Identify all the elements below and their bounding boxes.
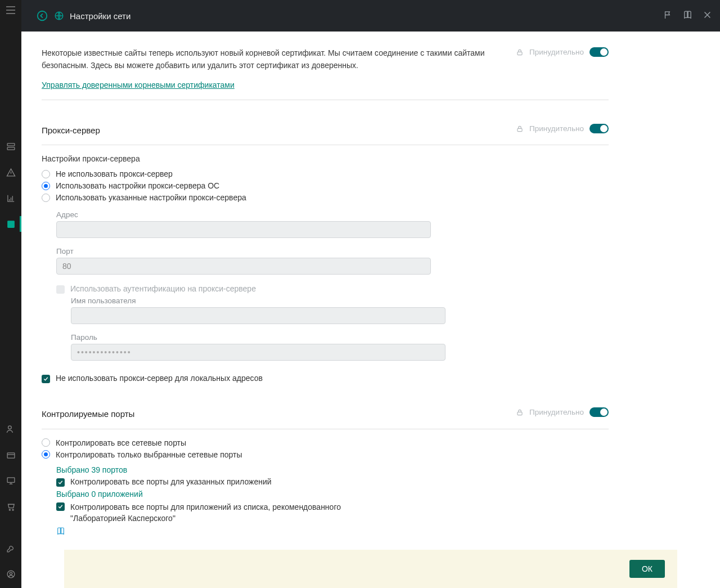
back-button[interactable] [36,10,48,22]
selected-apps-link[interactable]: Выбрано 0 приложений [56,490,143,499]
monitor-kl-apps-label: Контролировать все порты для приложений … [70,501,385,524]
username-label: Имя пользователя [71,297,609,305]
svg-rect-12 [518,52,522,55]
svg-rect-2 [7,221,15,228]
alert-icon[interactable] [5,167,16,178]
svg-point-3 [8,426,11,429]
proxy-settings-label: Настройки прокси-сервера [42,154,609,163]
svg-point-10 [38,11,47,21]
help-icon[interactable] [683,10,692,21]
proxy-heading: Прокси-сервер [42,124,506,137]
lock-icon [516,125,524,133]
monitor-apps-checkbox[interactable]: Контролировать все порты для указанных п… [56,477,609,487]
monitor-kl-apps-checkbox[interactable]: Контролировать все порты для приложений … [56,501,609,524]
svg-rect-14 [518,412,522,415]
svg-rect-5 [7,478,15,483]
close-icon[interactable] [703,10,712,21]
svg-rect-0 [7,143,15,146]
proxy-os-label: Использовать настройки прокси-сервера ОС [56,181,219,190]
lock-icon [516,409,524,416]
svg-rect-13 [518,128,522,131]
chart-icon[interactable] [5,192,16,204]
left-sidebar [0,0,21,588]
cert-description: Некоторые известные сайты теперь использ… [42,47,506,92]
flag-icon[interactable] [663,10,673,21]
forced-label: Принудительно [529,48,584,56]
ports-heading: Контролируемые порты [42,407,506,420]
globe-icon [54,11,64,21]
dialog-header: Настройки сети [21,0,720,32]
selected-ports-radio[interactable]: Контролировать только выбранные сетевые … [42,450,609,459]
dialog-title: Настройки сети [70,11,130,21]
password-input[interactable] [71,344,446,361]
proxy-custom-label: Использовать указанные настройки прокси-… [56,193,246,202]
svg-point-7 [12,509,13,510]
svg-rect-4 [7,453,15,458]
dialog-footer: ОК [64,550,677,588]
username-input[interactable] [71,307,446,324]
all-ports-label: Контролировать все сетевые порты [56,438,186,447]
monitor-icon[interactable] [5,475,16,487]
svg-point-6 [9,509,10,510]
bypass-local-label: Не использовать прокси-сервер для локаль… [56,374,263,383]
port-input[interactable] [56,258,431,275]
bypass-local-checkbox[interactable]: Не использовать прокси-сервер для локаль… [42,374,609,383]
settings-active-icon[interactable] [5,218,16,230]
proxy-auth-checkbox[interactable]: Использовать аутентификацию на прокси-се… [56,284,609,294]
password-label: Пароль [71,333,609,342]
all-ports-radio[interactable]: Контролировать все сетевые порты [42,438,609,447]
forced-label: Принудительно [529,408,584,416]
wrench-icon[interactable] [5,543,16,554]
ports-forced-toggle[interactable] [590,407,609,417]
package-icon[interactable] [5,450,16,461]
selected-ports-label: Контролировать только выбранные сетевые … [56,450,242,459]
proxy-none-radio[interactable]: Не использовать прокси-сервер [42,169,609,178]
proxy-custom-radio[interactable]: Использовать указанные настройки прокси-… [42,193,609,202]
port-label: Порт [56,247,609,255]
proxy-none-label: Не использовать прокси-сервер [56,169,173,178]
users-icon[interactable] [5,424,16,435]
cert-forced-toggle[interactable] [590,47,609,57]
cart-icon[interactable] [5,501,16,513]
account-icon[interactable] [5,569,16,580]
svg-point-9 [10,572,12,574]
proxy-auth-label: Использовать аутентификацию на прокси-се… [70,284,256,293]
manage-trusted-certs-link[interactable]: Управлять доверенными корневыми сертифик… [42,79,235,92]
proxy-forced-toggle[interactable] [590,124,609,133]
menu-button[interactable] [0,2,21,18]
help-book-icon[interactable] [56,528,65,537]
proxy-os-radio[interactable]: Использовать настройки прокси-сервера ОС [42,181,609,190]
address-input[interactable] [56,221,431,238]
selected-ports-link[interactable]: Выбрано 39 портов [56,465,127,474]
lock-icon [516,48,524,56]
ok-button[interactable]: ОК [629,560,665,578]
monitor-apps-label: Контролировать все порты для указанных п… [70,477,272,486]
forced-label: Принудительно [529,124,584,133]
server-icon[interactable] [5,141,16,152]
svg-rect-1 [7,147,15,150]
address-label: Адрес [56,210,609,219]
